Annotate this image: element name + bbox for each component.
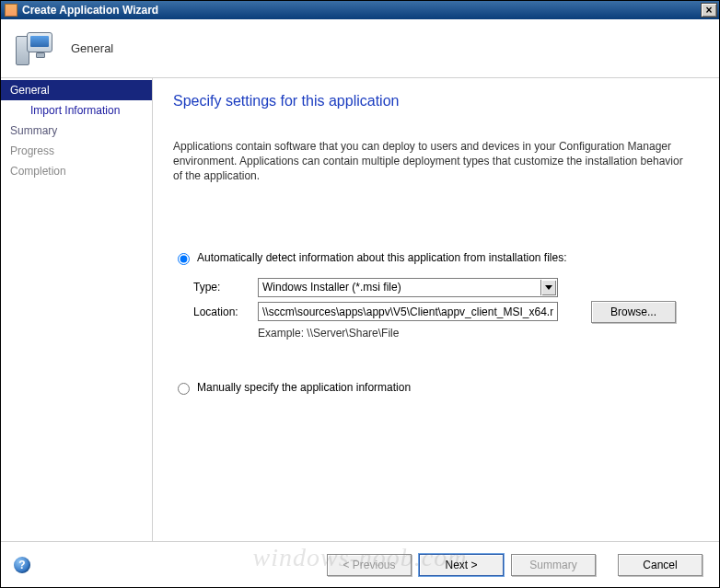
previous-button: < Previous	[327, 554, 412, 576]
browse-button[interactable]: Browse...	[591, 301, 676, 323]
close-icon: ×	[705, 4, 712, 17]
wizard-header: General	[1, 19, 719, 78]
location-example: Example: \\Server\Share\File	[258, 327, 699, 340]
radio-auto-input[interactable]	[178, 253, 190, 265]
app-icon	[5, 4, 17, 17]
wizard-window: Create Application Wizard × General Gene…	[0, 0, 720, 588]
window-title: Create Application Wizard	[22, 4, 701, 17]
radio-manual[interactable]: Manually specify the application informa…	[173, 380, 699, 395]
wizard-content: Specify settings for this application Ap…	[153, 78, 719, 541]
page-title: General	[71, 41, 113, 55]
row-location: Location: Browse...	[193, 301, 699, 323]
sidebar-item-general[interactable]: General	[1, 80, 152, 100]
wizard-body: General Import Information Summary Progr…	[1, 78, 719, 541]
sidebar-item-progress: Progress	[1, 141, 152, 161]
next-button[interactable]: Next >	[419, 554, 504, 576]
radio-manual-input[interactable]	[178, 383, 190, 395]
sidebar-item-completion: Completion	[1, 161, 152, 181]
type-value: Windows Installer (*.msi file)	[262, 281, 401, 294]
cancel-button[interactable]: Cancel	[618, 554, 703, 576]
auto-fields: Type: Windows Installer (*.msi file) Loc…	[193, 278, 699, 340]
summary-button: Summary	[511, 554, 596, 576]
help-icon[interactable]: ?	[14, 557, 30, 573]
page-heading: Specify settings for this application	[173, 93, 699, 110]
sidebar-item-import-info[interactable]: Import Information	[1, 100, 152, 121]
titlebar: Create Application Wizard ×	[1, 1, 719, 19]
wizard-sidebar: General Import Information Summary Progr…	[1, 78, 153, 541]
intro-text: Applications contain software that you c…	[173, 139, 689, 184]
sidebar-item-summary[interactable]: Summary	[1, 121, 152, 141]
radio-manual-label: Manually specify the application informa…	[197, 381, 411, 394]
location-input[interactable]	[258, 302, 558, 321]
computer-icon	[14, 29, 54, 69]
radio-auto-detect[interactable]: Automatically detect information about t…	[173, 250, 699, 265]
location-label: Location:	[193, 306, 258, 318]
wizard-footer: ? < Previous Next > Summary Cancel	[1, 541, 719, 587]
chevron-down-icon[interactable]	[540, 280, 556, 295]
row-type: Type: Windows Installer (*.msi file)	[193, 278, 699, 297]
type-label: Type:	[193, 281, 258, 294]
close-button[interactable]: ×	[701, 3, 717, 17]
radio-auto-label: Automatically detect information about t…	[197, 251, 567, 264]
type-select[interactable]: Windows Installer (*.msi file)	[258, 278, 558, 297]
